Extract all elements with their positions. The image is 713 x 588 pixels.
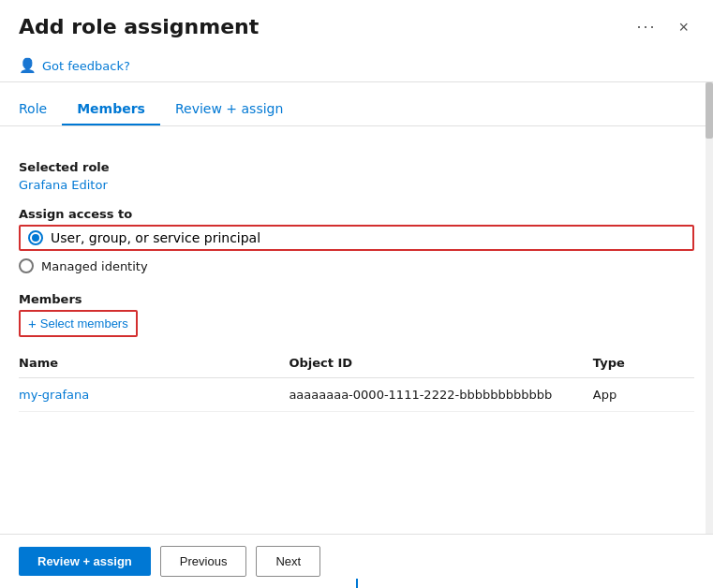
dialog-footer: Review + assign Previous Next bbox=[0, 534, 713, 588]
content-area: Selected role Grafana Editor Assign acce… bbox=[0, 126, 713, 412]
assign-access-radio-group: User, group, or service principal Manage… bbox=[19, 225, 694, 273]
scroll-thumb[interactable] bbox=[706, 82, 713, 139]
dialog-title: Add role assignment bbox=[19, 15, 259, 38]
add-role-assignment-dialog: Add role assignment ··· × 👤 Got feedback… bbox=[0, 0, 713, 588]
table-cell-objectid: aaaaaaaa-0000-1111-2222-bbbbbbbbbbbb bbox=[289, 378, 592, 412]
assign-access-label: Assign access to bbox=[19, 207, 694, 221]
feedback-bar[interactable]: 👤 Got feedback? bbox=[0, 50, 713, 82]
radio-managed-indicator bbox=[19, 258, 34, 273]
assign-access-section: Assign access to User, group, or service… bbox=[19, 207, 694, 273]
selected-role-value: Grafana Editor bbox=[19, 178, 694, 192]
previous-button[interactable]: Previous bbox=[160, 546, 247, 577]
select-members-label: Select members bbox=[40, 316, 128, 331]
select-members-plus-icon: + bbox=[28, 316, 37, 331]
selected-role-section: Selected role Grafana Editor bbox=[19, 160, 694, 192]
col-header-objectid: Object ID bbox=[289, 348, 592, 378]
tab-members[interactable]: Members bbox=[62, 94, 160, 125]
review-assign-button[interactable]: Review + assign bbox=[19, 547, 151, 576]
radio-user-group-indicator bbox=[28, 230, 43, 245]
radio-user-group-dot bbox=[32, 234, 39, 242]
radio-item-user-group[interactable]: User, group, or service principal bbox=[19, 225, 694, 251]
radio-user-group-label: User, group, or service principal bbox=[51, 230, 260, 245]
table-header-row: Name Object ID Type bbox=[19, 348, 694, 378]
dialog-header-actions: ··· × bbox=[631, 15, 694, 38]
scrollable-content: Role Members Review + assign Selected ro… bbox=[0, 82, 713, 534]
feedback-icon: 👤 bbox=[19, 57, 37, 74]
table-row: my-grafana aaaaaaaa-0000-1111-2222-bbbbb… bbox=[19, 378, 694, 412]
table-cell-name: my-grafana bbox=[19, 378, 289, 412]
footer-indicator bbox=[356, 579, 358, 588]
tab-review-assign[interactable]: Review + assign bbox=[160, 94, 298, 125]
more-options-button[interactable]: ··· bbox=[631, 15, 661, 38]
tabs-bar: Role Members Review + assign bbox=[0, 82, 713, 126]
members-table: Name Object ID Type my-grafana aaaaaaaa-… bbox=[19, 348, 694, 412]
dialog-header: Add role assignment ··· × bbox=[0, 0, 713, 50]
members-label: Members bbox=[19, 292, 694, 306]
members-section: Members + Select members bbox=[19, 292, 694, 337]
select-members-button[interactable]: + Select members bbox=[19, 310, 138, 337]
radio-item-managed[interactable]: Managed identity bbox=[19, 258, 694, 273]
scroll-track bbox=[706, 82, 713, 534]
close-button[interactable]: × bbox=[673, 17, 694, 37]
tab-role[interactable]: Role bbox=[19, 94, 62, 125]
feedback-text: Got feedback? bbox=[42, 59, 130, 73]
selected-role-label: Selected role bbox=[19, 160, 694, 174]
next-button[interactable]: Next bbox=[256, 546, 320, 577]
col-header-type: Type bbox=[593, 348, 694, 378]
table-cell-type: App bbox=[593, 378, 694, 412]
radio-managed-label: Managed identity bbox=[41, 259, 148, 273]
col-header-name: Name bbox=[19, 348, 289, 378]
